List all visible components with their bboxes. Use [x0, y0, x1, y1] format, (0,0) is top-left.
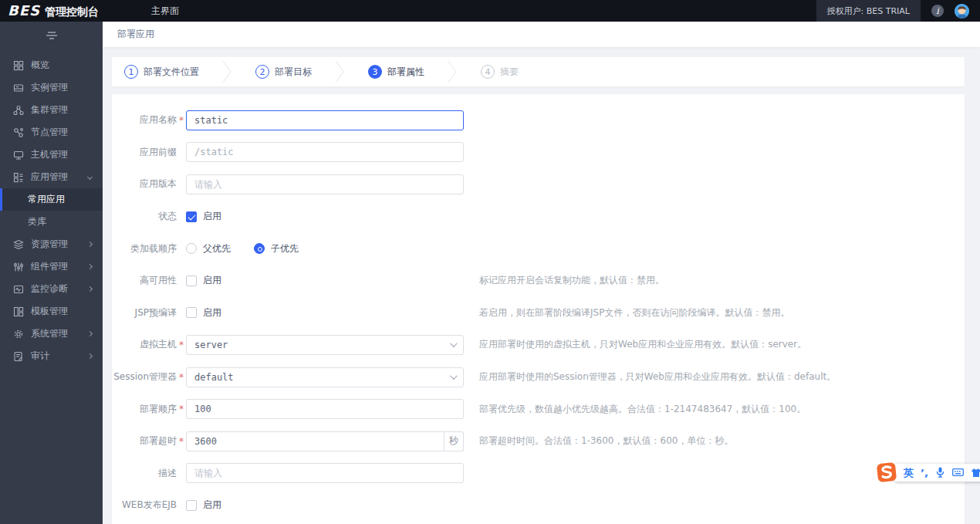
sidebar-item-components[interactable]: 组件管理 — [0, 255, 103, 278]
field-label: 应用版本 — [140, 177, 177, 191]
step-deploy-properties[interactable]: 3 部署属性 — [368, 65, 424, 79]
app-version-input[interactable] — [186, 174, 464, 194]
step-number: 1 — [124, 65, 138, 79]
bes-logo-text: BES — [8, 2, 40, 19]
info-icon[interactable]: i — [931, 5, 944, 17]
host-icon — [13, 150, 24, 161]
sidebar-item-instances[interactable]: 实例管理 — [0, 76, 103, 99]
template-icon — [13, 306, 24, 317]
sidebar-item-overview[interactable]: 概览 — [0, 54, 103, 76]
sidebar-subitem-label: 常用应用 — [28, 193, 65, 206]
select-value: default — [194, 372, 234, 383]
sidebar-item-label: 审计 — [31, 350, 49, 363]
top-header: BES 管理控制台 主界面 授权用户: BES TRIAL i — [0, 0, 980, 22]
required-mark: * — [177, 404, 186, 414]
step-deploy-target[interactable]: 2 部署目标 — [255, 65, 312, 79]
step-label: 部署属性 — [387, 66, 424, 79]
radio-child-first[interactable]: 子优先 — [254, 242, 299, 255]
chevron-right-icon — [87, 286, 93, 292]
sidebar-item-label: 系统管理 — [31, 327, 68, 340]
checkbox-label: 启用 — [203, 274, 221, 287]
field-label: 部署超时 — [140, 434, 177, 448]
sidebar-item-label: 概览 — [31, 59, 49, 72]
sidebar-item-audit[interactable]: 审计 — [0, 345, 103, 367]
radio-label: 子优先 — [271, 242, 299, 255]
form-row-jsp-precompile: JSP预编译 启用 若启用，则在部署阶段编译JSP文件，否则在访问阶段编译。默认… — [112, 297, 965, 330]
chevron-right-icon — [87, 331, 93, 336]
sidebar-item-system[interactable]: 系统管理 — [0, 323, 103, 345]
sidebar: 概览 实例管理 集群管理 节点管理 主机管理 应用管理 — [0, 22, 103, 524]
virtual-host-select[interactable]: server — [186, 335, 464, 355]
form-row-high-availability: 高可用性 启用 标记应用开启会话复制功能，默认值：禁用。 — [112, 265, 965, 297]
form-row-app-name: 应用名称* — [112, 104, 965, 137]
sidebar-subitem-class-library[interactable]: 类库 — [0, 211, 103, 233]
breadcrumb-deploy-app: 部署应用 — [117, 28, 154, 41]
field-help-text: 应用部署时使用的Session管理器，只对Web应用和企业应用有效。默认值：de… — [479, 370, 836, 384]
sidebar-subitem-common-apps[interactable]: 常用应用 — [0, 188, 103, 211]
high-availability-checkbox[interactable] — [186, 276, 197, 286]
field-help-text: 若启用，则在部署阶段编译JSP文件，否则在访问阶段编译。默认值：禁用。 — [479, 306, 789, 319]
app-name-input[interactable] — [186, 110, 464, 130]
required-mark: * — [177, 115, 186, 126]
field-label: 部署顺序 — [140, 403, 177, 416]
user-avatar[interactable] — [955, 4, 969, 19]
mic-icon[interactable] — [935, 467, 945, 478]
deploy-properties-form: 应用名称* 应用前缀 应用版本 状态 启用 — [112, 94, 965, 524]
sidebar-collapse-button[interactable] — [0, 22, 103, 49]
radio-parent-first[interactable]: 父优先 — [186, 242, 231, 255]
sogou-logo[interactable] — [876, 461, 898, 484]
step-summary[interactable]: 4 摘要 — [481, 65, 519, 79]
field-label: WEB发布EJB — [122, 499, 177, 512]
sidebar-subitem-label: 类库 — [28, 215, 46, 228]
session-manager-select[interactable]: default — [186, 367, 464, 387]
sidebar-item-label: 资源管理 — [31, 238, 68, 251]
field-label: 高可用性 — [140, 274, 177, 287]
sidebar-item-label: 模板管理 — [31, 305, 68, 318]
app-root: BES 管理控制台 主界面 授权用户: BES TRIAL i — [0, 0, 980, 524]
form-row-status: 状态 启用 — [112, 201, 965, 233]
ime-punctuation-toggle[interactable]: ’, — [921, 468, 928, 478]
sidebar-item-nodes[interactable]: 节点管理 — [0, 121, 103, 144]
status-enabled-checkbox[interactable] — [186, 211, 197, 222]
sidebar-item-hosts[interactable]: 主机管理 — [0, 144, 103, 166]
step-label: 摘要 — [500, 66, 519, 79]
deploy-order-input[interactable] — [186, 399, 464, 419]
select-value: server — [194, 340, 228, 350]
chevron-right-icon — [87, 264, 93, 269]
web-publish-ejb-checkbox[interactable] — [186, 500, 197, 511]
app-icon — [13, 172, 24, 183]
sidebar-item-label: 实例管理 — [31, 81, 68, 94]
resource-icon — [13, 239, 24, 250]
description-input[interactable] — [186, 463, 464, 483]
sidebar-item-applications[interactable]: 应用管理 — [0, 166, 103, 188]
app-prefix-input[interactable] — [186, 142, 464, 162]
sidebar-item-resources[interactable]: 资源管理 — [0, 233, 103, 255]
step-separator-icon — [335, 60, 345, 83]
ime-language-toggle[interactable]: 英 — [904, 468, 914, 478]
overview-grid-icon — [13, 60, 24, 71]
cluster-icon — [13, 105, 24, 116]
step-number: 4 — [481, 65, 495, 79]
form-row-virtual-host: 虚拟主机* server 应用部署时使用的虚拟主机，只对Web应用和企业应用有效… — [112, 329, 965, 361]
step-deploy-file-location[interactable]: 1 部署文件位置 — [124, 65, 199, 79]
sidebar-item-label: 集群管理 — [31, 103, 68, 117]
radio-icon — [254, 243, 265, 254]
sidebar-item-label: 监控诊断 — [31, 282, 68, 296]
sidebar-item-clusters[interactable]: 集群管理 — [0, 99, 103, 121]
field-help-text: 部署超时时间。合法值：1-3600，默认值：600，单位：秒。 — [479, 434, 733, 448]
instance-icon — [13, 83, 24, 93]
console-title: 管理控制台 — [45, 5, 99, 19]
keyboard-icon[interactable] — [952, 468, 964, 477]
skin-icon[interactable] — [971, 468, 980, 478]
deploy-timeout-input[interactable] — [186, 431, 444, 451]
jsp-precompile-checkbox[interactable] — [186, 307, 197, 318]
sidebar-item-monitoring[interactable]: 监控诊断 — [0, 278, 103, 300]
sidebar-item-templates[interactable]: 模板管理 — [0, 300, 103, 323]
step-number: 3 — [368, 65, 382, 79]
checkbox-label: 启用 — [203, 499, 221, 512]
tab-main-ui[interactable]: 主界面 — [144, 0, 187, 22]
form-row-app-version: 应用版本 — [112, 168, 965, 201]
checkbox-label: 启用 — [203, 210, 221, 223]
field-help-text: 标记应用开启会话复制功能，默认值：禁用。 — [479, 274, 664, 287]
form-row-classload-order: 类加载顺序 父优先 子优先 — [112, 232, 965, 265]
